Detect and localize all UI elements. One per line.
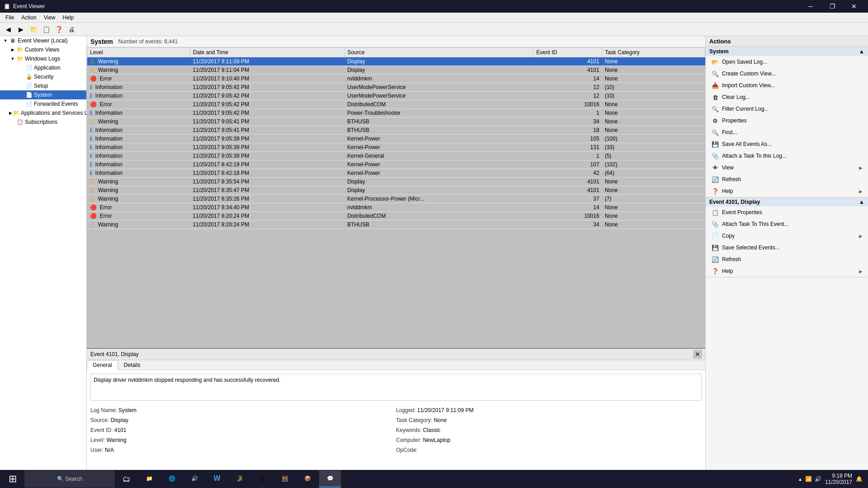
table-row[interactable]: 🔴 Error 11/20/2017 8:34:40 PM nvlddmkm 1… [87, 203, 705, 212]
tree-security[interactable]: 🔒 Security [0, 72, 86, 81]
taskbar-printix[interactable]: 🖨 [251, 470, 273, 488]
action-item[interactable]: 🗑 Clear Log... [706, 91, 868, 103]
col-level-header[interactable]: Level [87, 48, 190, 57]
tree-apps-services[interactable]: ▶ 📁 Applications and Services Loc [0, 108, 86, 117]
taskbar-app1[interactable]: 📦 [297, 470, 318, 488]
table-row[interactable]: ℹ Information 11/20/2017 9:05:39 PM Kern… [87, 143, 705, 152]
table-row[interactable]: ⚠ Warning 11/20/2017 8:35:47 PM Display … [87, 186, 705, 195]
table-row[interactable]: ⚠ Warning 11/20/2017 9:11:09 PM Display … [87, 57, 705, 66]
system-section-label: System [709, 48, 729, 55]
setup-icon: 📄 [25, 82, 33, 89]
action-item[interactable]: 📥 Import Custom View... [706, 80, 868, 91]
col-eventid-header[interactable]: Event ID [533, 48, 602, 57]
detail-close-button[interactable]: ✕ [693, 350, 702, 358]
tab-general[interactable]: General [87, 360, 118, 370]
level-text: Error [100, 75, 112, 82]
toolbar-help[interactable]: ❓ [53, 24, 64, 35]
table-row[interactable]: 🔴 Error 11/20/2017 8:20:24 PM Distribute… [87, 212, 705, 221]
tree-application[interactable]: 📄 Application [0, 63, 86, 72]
action-item[interactable]: 🔄 Refresh [706, 174, 868, 185]
table-row[interactable]: ℹ Information 11/20/2017 9:05:39 PM Kern… [87, 152, 705, 160]
action-item[interactable]: ❓ Help ▶ [706, 185, 868, 197]
cell-level: ⚠ Warning [87, 195, 190, 203]
cell-datetime: 11/20/2017 8:20:24 PM [190, 221, 344, 229]
taskbar-clock[interactable]: 9:18 PM 11/20/2017 [825, 473, 852, 485]
action-item[interactable]: 📎 Attach a Task To this Log... [706, 150, 868, 162]
taskbar-right: ▲ 📶 🔊 9:18 PM 11/20/2017 🔔 [798, 473, 866, 485]
minimize-button[interactable]: ─ [800, 0, 821, 13]
table-row[interactable]: ℹ Information 11/20/2017 9:05:42 PM User… [87, 83, 705, 92]
col-taskcategory-header[interactable]: Task Category [602, 48, 705, 57]
action-item[interactable]: 📄 Copy ▶ [706, 230, 868, 242]
sys-tray-arrow[interactable]: ▲ [798, 477, 802, 482]
source-label: Source: [90, 417, 109, 423]
action-item[interactable]: ❓ Help ▶ [706, 265, 868, 277]
col-datetime-header[interactable]: Date and Time [190, 48, 344, 57]
taskbar-chrome[interactable]: 🌐 [161, 470, 183, 488]
col-source-header[interactable]: Source [344, 48, 533, 57]
tree-system[interactable]: 📄 System [0, 90, 86, 99]
menu-action[interactable]: Action [18, 14, 40, 22]
table-row[interactable]: ⚠ Warning 11/20/2017 8:35:26 PM Kernel-P… [87, 195, 705, 203]
toolbar-back[interactable]: ◀ [3, 24, 14, 35]
event-section-header[interactable]: Event 4101, Display ▲ [706, 197, 868, 206]
action-item[interactable]: 🔄 Refresh [706, 253, 868, 265]
action-item[interactable]: 📂 Open Saved Log... [706, 56, 868, 68]
action-item[interactable]: 👁 View ▶ [706, 162, 868, 174]
notification-icon[interactable]: 🔔 [856, 476, 863, 482]
system-section-header[interactable]: System ▲ [706, 47, 868, 56]
table-row[interactable]: ⚠ Warning 11/20/2017 8:20:24 PM BTHUSB 3… [87, 221, 705, 229]
toolbar-open[interactable]: 📁 [28, 24, 39, 35]
table-row[interactable]: ℹ Information 11/20/2017 9:05:39 PM Kern… [87, 135, 705, 143]
tree-custom-views[interactable]: ▶ 📁 Custom Views [0, 45, 86, 54]
taskbar-evernote[interactable]: 🐊 [229, 470, 250, 488]
table-row[interactable]: ℹ Information 11/20/2017 9:05:41 PM BTHU… [87, 126, 705, 135]
table-row[interactable]: 🔴 Error 11/20/2017 9:10:40 PM nvlddmkm 1… [87, 75, 705, 83]
search-button[interactable]: 🔍 Search [24, 470, 115, 488]
task-view-button[interactable]: 🗂 [116, 470, 137, 488]
tree-subscriptions[interactable]: 📋 Subscriptions [0, 117, 86, 127]
tree-windows-logs[interactable]: ▼ 📁 Windows Logs [0, 54, 86, 63]
table-row[interactable]: ⚠ Warning 11/20/2017 9:05:41 PM BTHUSB 3… [87, 117, 705, 126]
action-item[interactable]: 🔍 Create Custom View... [706, 68, 868, 80]
level-icon: ⚠ [90, 196, 95, 202]
table-row[interactable]: ⚠ Warning 11/20/2017 9:11:04 PM Display … [87, 66, 705, 75]
table-row[interactable]: ⚠ Warning 11/20/2017 8:35:54 PM Display … [87, 178, 705, 186]
taskbar-calculator[interactable]: 🧮 [274, 470, 296, 488]
tree-root[interactable]: ▼ 🖥 Event Viewer (Local) [0, 36, 86, 45]
action-item[interactable]: 💾 Save Selected Events... [706, 242, 868, 253]
volume-icon[interactable]: 🔊 [815, 476, 821, 482]
taskbar-word[interactable]: W [206, 470, 228, 488]
menu-view[interactable]: View [40, 14, 59, 22]
toolbar-print[interactable]: 🖨 [66, 24, 77, 35]
cell-datetime: 11/20/2017 9:05:42 PM [190, 92, 344, 100]
restore-button[interactable]: ❐ [822, 0, 843, 13]
taskbar-file-explorer[interactable]: 📁 [138, 470, 160, 488]
toolbar-copy[interactable]: 📋 [41, 24, 52, 35]
action-item[interactable]: 🔍 Find... [706, 127, 868, 138]
tab-details[interactable]: Details [118, 360, 146, 370]
table-row[interactable]: 🔴 Error 11/20/2017 9:05:42 PM Distribute… [87, 100, 705, 109]
center-panel: System Number of events: 8,441 Level Dat… [87, 36, 705, 470]
start-button[interactable]: ⊞ [2, 470, 24, 488]
toolbar-forward[interactable]: ▶ [15, 24, 26, 35]
event-table-container[interactable]: Level Date and Time Source Event ID Task… [87, 47, 705, 348]
menu-help[interactable]: Help [59, 14, 78, 22]
taskbar-groove[interactable]: 🔊 [184, 470, 205, 488]
menu-file[interactable]: File [2, 14, 18, 22]
tree-setup[interactable]: 📄 Setup [0, 81, 86, 90]
action-item[interactable]: 📎 Attach Task To This Event... [706, 218, 868, 230]
tree-forwarded-events[interactable]: 📄 Forwarded Events [0, 99, 86, 108]
table-row[interactable]: ℹ Information 11/20/2017 9:05:42 PM Powe… [87, 109, 705, 117]
table-row[interactable]: ℹ Information 11/20/2017 8:42:19 PM Kern… [87, 160, 705, 169]
cell-level: ℹ Information [87, 83, 190, 92]
action-item[interactable]: ⚙ Properties [706, 115, 868, 127]
table-row[interactable]: ℹ Information 11/20/2017 8:42:18 PM Kern… [87, 169, 705, 178]
close-button[interactable]: ✕ [844, 0, 864, 13]
table-row[interactable]: ℹ Information 11/20/2017 9:05:42 PM User… [87, 92, 705, 100]
action-item[interactable]: 💾 Save All Events As... [706, 138, 868, 150]
action-item[interactable]: 📋 Event Properties [706, 206, 868, 218]
action-item[interactable]: 🔍 Filter Current Log... [706, 103, 868, 115]
taskbar-app2[interactable]: 💬 [319, 470, 341, 488]
cell-taskcategory: None [602, 66, 705, 75]
